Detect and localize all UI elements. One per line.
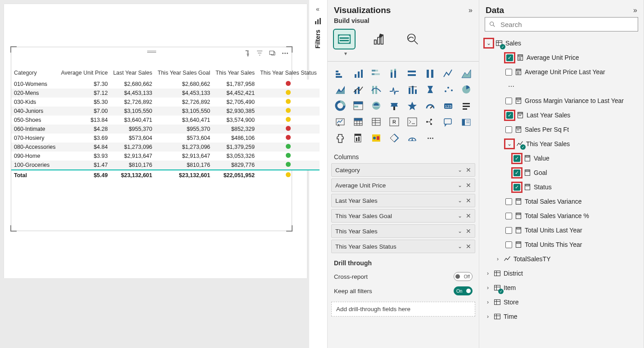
viz-type-icon[interactable]	[333, 83, 347, 96]
remove-field-icon[interactable]: ✕	[466, 243, 471, 250]
viz-type-icon[interactable]	[351, 99, 365, 112]
expand-chevron-icon[interactable]: «	[316, 5, 320, 13]
table-row[interactable]: 100-Groceries$1.47$810,176$810,176$829,7…	[11, 161, 320, 170]
collapse-chevron-icon[interactable]: »	[633, 6, 637, 14]
field-total-sales-variance[interactable]: Total Sales Variance	[483, 194, 640, 209]
viz-type-icon[interactable]	[441, 67, 455, 80]
column-header[interactable]: This Year Sales Goal	[155, 68, 213, 80]
analytics-mode[interactable]	[402, 30, 423, 49]
table-row[interactable]: 090-Home$3.93$2,913,647$2,913,647$3,053,…	[11, 152, 320, 161]
viz-type-icon[interactable]	[405, 116, 419, 128]
search-input[interactable]	[500, 20, 634, 29]
viz-type-icon[interactable]	[369, 99, 383, 112]
format-visual-mode[interactable]	[368, 30, 389, 49]
measure-total-sales-ty[interactable]: › TotalSalesTY	[483, 252, 640, 266]
field-status[interactable]: Status	[483, 180, 640, 194]
viz-type-icon[interactable]: R	[387, 116, 401, 128]
field-average-unit-price-ly[interactable]: Average Unit Price Last Year	[483, 65, 640, 79]
viz-type-icon[interactable]	[405, 132, 419, 144]
collapse-chevron-icon[interactable]: »	[468, 6, 473, 14]
column-header[interactable]: Average Unit Price	[58, 68, 110, 80]
remove-field-icon[interactable]: ✕	[466, 182, 471, 188]
chevron-down-icon[interactable]: ⌄	[458, 243, 462, 250]
table-visual[interactable]: CategoryAverage Unit PriceLast Year Sale…	[11, 47, 292, 231]
viz-type-icon[interactable]: 123	[441, 99, 455, 112]
chevron-down-icon[interactable]: ⌄	[458, 228, 462, 234]
viz-type-icon[interactable]	[423, 116, 437, 128]
viz-type-icon[interactable]	[387, 132, 401, 144]
drag-handle-icon[interactable]	[147, 51, 156, 53]
chevron-down-icon[interactable]: ⌄	[458, 182, 462, 188]
column-header[interactable]: Category	[11, 68, 58, 80]
viz-type-icon[interactable]	[423, 67, 437, 80]
remove-field-icon[interactable]: ✕	[466, 213, 471, 219]
viz-type-icon[interactable]	[387, 83, 401, 96]
viz-type-icon[interactable]	[333, 99, 347, 112]
field-total-units-ly[interactable]: Total Units Last Year	[483, 223, 640, 237]
table-row[interactable]: 030-Kids$5.30$2,726,892$2,726,892$2,705,…	[11, 98, 320, 107]
filter-icon[interactable]	[256, 49, 264, 57]
viz-type-icon[interactable]	[369, 116, 383, 128]
viz-type-icon[interactable]	[441, 83, 455, 96]
table-item[interactable]: › Item	[483, 281, 640, 295]
viz-type-icon[interactable]	[459, 83, 473, 96]
viz-type-icon[interactable]	[351, 67, 365, 80]
remove-field-icon[interactable]: ✕	[466, 228, 471, 234]
report-canvas[interactable]: CategoryAverage Unit PriceLast Year Sale…	[0, 0, 309, 348]
chevron-down-icon[interactable]: ⌄	[458, 197, 462, 204]
viz-type-icon[interactable]	[459, 67, 473, 80]
viz-type-icon[interactable]	[405, 83, 419, 96]
field-total-units-ty[interactable]: Total Units This Year	[483, 237, 640, 252]
hierarchy-this-year-sales[interactable]: ⌄ This Year Sales	[483, 137, 640, 151]
table-time[interactable]: › Time	[483, 309, 640, 324]
table-row[interactable]: 050-Shoes$13.84$3,640,471$3,640,471$3,57…	[11, 116, 320, 125]
remove-field-icon[interactable]: ✕	[466, 167, 471, 173]
column-header[interactable]: This Year Sales	[213, 68, 257, 80]
table-row[interactable]: 060-Intimate$4.28$955,370$955,370$852,32…	[11, 125, 320, 134]
table-store[interactable]: › Store	[483, 295, 640, 309]
viz-type-icon[interactable]	[423, 83, 437, 96]
field-well[interactable]: Category⌄✕	[331, 163, 475, 177]
table-sales[interactable]: ⌄ Sales	[483, 36, 640, 50]
table-row[interactable]: 040-Juniors$7.00$3,105,550$3,105,550$2,9…	[11, 107, 320, 116]
table-district[interactable]: › District	[483, 266, 640, 281]
viz-type-icon[interactable]	[369, 67, 383, 80]
field-gross-margin-variance[interactable]: Gross Margin Variance to Last Year	[483, 94, 640, 108]
viz-type-icon[interactable]	[369, 132, 383, 144]
drillthrough-drop-area[interactable]: Add drill-through fields here	[331, 302, 475, 317]
field-well[interactable]: This Year Sales⌄✕	[331, 224, 475, 238]
field-goal[interactable]: Goal	[483, 165, 640, 180]
viz-type-icon[interactable]	[333, 67, 347, 80]
viz-type-icon[interactable]	[351, 116, 365, 128]
field-well[interactable]: Last Year Sales⌄✕	[331, 194, 475, 207]
table-row[interactable]: 020-Mens$7.12$4,453,133$4,453,133$4,452,…	[11, 89, 320, 98]
viz-type-icon[interactable]	[369, 83, 383, 96]
viz-type-icon[interactable]	[459, 116, 473, 128]
table-row[interactable]: 080-Accessories$4.84$1,273,096$1,273,096…	[11, 143, 320, 152]
field-value[interactable]: Value	[483, 151, 640, 165]
search-field[interactable]	[485, 17, 638, 31]
viz-type-icon[interactable]: A	[333, 116, 347, 128]
column-header[interactable]: This Year Sales Status	[257, 68, 320, 80]
viz-type-icon[interactable]	[441, 116, 455, 128]
table-row[interactable]: 070-Hosiery$3.69$573,604$573,604$486,106	[11, 134, 320, 143]
viz-type-icon[interactable]	[387, 67, 401, 80]
pin-icon[interactable]	[243, 49, 251, 57]
viz-type-icon[interactable]	[459, 99, 473, 112]
build-visual-mode[interactable]	[334, 30, 355, 49]
viz-type-icon[interactable]	[387, 99, 401, 112]
field-well[interactable]: Average Unit Price⌄✕	[331, 178, 475, 192]
field-average-unit-price[interactable]: Average Unit Price	[483, 50, 640, 65]
column-header[interactable]: Last Year Sales	[110, 68, 155, 80]
keep-filters-toggle[interactable]: On	[454, 286, 473, 295]
chevron-down-icon[interactable]: ⌄	[458, 167, 462, 173]
remove-field-icon[interactable]: ✕	[466, 197, 471, 204]
cross-report-toggle[interactable]: Off	[454, 272, 473, 281]
viz-type-icon[interactable]	[405, 67, 419, 80]
viz-type-icon[interactable]	[333, 132, 347, 144]
more-fields-ellipsis[interactable]: ⋯	[483, 79, 640, 94]
table-row[interactable]: 010-Womens$7.30$2,680,662$2,680,662$1,78…	[11, 80, 320, 89]
field-last-year-sales[interactable]: Last Year Sales	[483, 108, 640, 122]
viz-type-icon[interactable]	[351, 132, 365, 144]
viz-type-icon[interactable]	[351, 83, 365, 96]
